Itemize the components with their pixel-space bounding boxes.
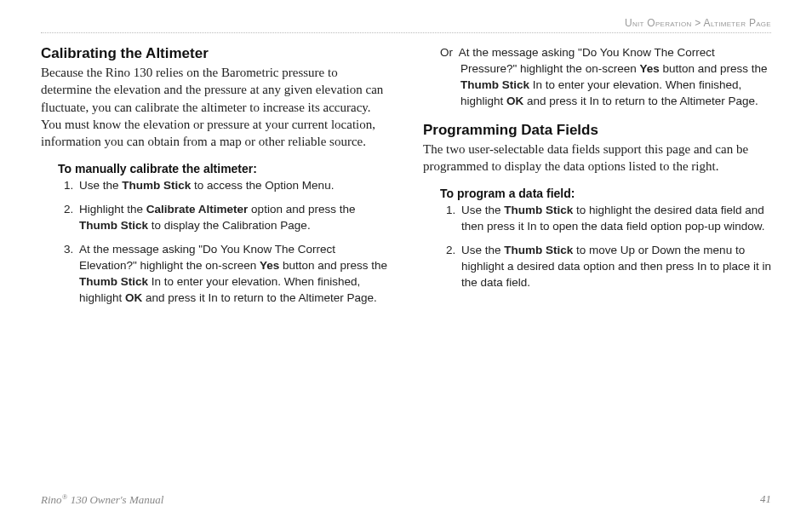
left-column: Calibrating the Altimeter Because the Ri… <box>41 45 389 316</box>
bold-thumb-stick: Thumb Stick <box>79 219 148 232</box>
breadcrumb-section: Unit Operation <box>625 17 692 29</box>
bold-calibrate-altimeter: Calibrate Altimeter <box>146 203 249 216</box>
steps-calibrate: Use the Thumb Stick to access the Option… <box>41 178 389 306</box>
bold-yes: Yes <box>639 62 659 75</box>
heading-programming: Programming Data Fields <box>423 122 771 139</box>
steps-program: Use the Thumb Stick to highlight the des… <box>423 203 771 290</box>
footer-title: Rino® 130 Owner's Manual <box>41 492 163 507</box>
subheading-program-field: To program a data field: <box>440 187 771 200</box>
header-rule <box>41 32 771 33</box>
step-1: Use the Thumb Stick to access the Option… <box>77 178 389 194</box>
subheading-manual-calibrate: To manually calibrate the altimeter: <box>58 162 389 175</box>
para-calibrating: Because the Rino 130 relies on the Barom… <box>41 64 389 150</box>
bold-thumb-stick: Thumb Stick <box>79 275 148 288</box>
bold-thumb-stick: Thumb Stick <box>504 204 573 216</box>
bold-yes: Yes <box>260 259 279 272</box>
page-footer: Rino® 130 Owner's Manual 41 <box>41 492 771 507</box>
breadcrumb: Unit Operation > Altimeter Page <box>41 17 771 29</box>
bold-thumb-stick: Thumb Stick <box>504 244 573 256</box>
step-1: Use the Thumb Stick to highlight the des… <box>459 203 771 235</box>
breadcrumb-sep: > <box>692 17 704 29</box>
bold-thumb-stick: Thumb Stick <box>460 78 529 91</box>
step-2: Highlight the Calibrate Altimeter option… <box>77 202 389 234</box>
or-block: Or At the message asking "Do You Know Th… <box>440 45 771 110</box>
breadcrumb-page: Altimeter Page <box>704 17 771 29</box>
step-3: At the message asking "Do You Know The C… <box>77 242 389 307</box>
right-column: Or At the message asking "Do You Know Th… <box>423 45 771 316</box>
para-programming: The two user-selectable data fields supp… <box>423 141 771 175</box>
page-number: 41 <box>760 492 771 507</box>
bold-ok: OK <box>506 95 523 107</box>
content-columns: Calibrating the Altimeter Because the Ri… <box>41 45 771 316</box>
step-2: Use the Thumb Stick to move Up or Down t… <box>459 243 771 291</box>
bold-thumb-stick: Thumb Stick <box>122 179 191 192</box>
heading-calibrating: Calibrating the Altimeter <box>41 45 389 62</box>
or-label: Or <box>440 46 453 59</box>
bold-ok: OK <box>125 291 142 304</box>
